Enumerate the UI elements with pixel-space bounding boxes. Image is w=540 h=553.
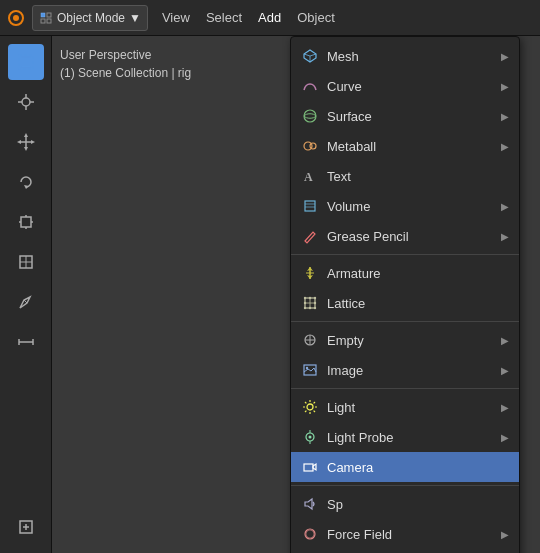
- nav-select[interactable]: Select: [202, 8, 246, 27]
- svg-rect-20: [21, 217, 31, 227]
- menu-item-camera[interactable]: Camera: [291, 452, 519, 482]
- menu-item-lattice[interactable]: Lattice: [291, 288, 519, 318]
- svg-line-72: [305, 402, 306, 403]
- nav-add[interactable]: Add: [254, 8, 285, 27]
- toolbar: Object Mode ▼ View Select Add Object: [0, 0, 540, 36]
- light-icon: [301, 398, 319, 416]
- armature-icon: [301, 264, 319, 282]
- left-sidebar: [0, 36, 52, 553]
- menu-item-light[interactable]: Light ▶: [291, 392, 519, 422]
- svg-rect-7: [21, 57, 31, 67]
- menu-label-camera: Camera: [327, 460, 509, 475]
- light-probe-icon: [301, 428, 319, 446]
- sidebar-move-btn[interactable]: [8, 124, 44, 160]
- sidebar-rotate-btn[interactable]: [8, 164, 44, 200]
- svg-rect-43: [305, 201, 315, 211]
- blender-icon[interactable]: [6, 8, 26, 28]
- curve-icon: [301, 77, 319, 95]
- menu-item-surface[interactable]: Surface ▶: [291, 101, 519, 131]
- menu-item-collection-instance[interactable]: Collection Instance ▶: [291, 549, 519, 553]
- menu-item-volume[interactable]: Volume ▶: [291, 191, 519, 221]
- svg-point-59: [309, 307, 311, 309]
- svg-rect-80: [304, 464, 313, 471]
- scale-icon: [16, 212, 36, 232]
- svg-point-39: [304, 110, 316, 122]
- sidebar-annotate-btn[interactable]: [8, 284, 44, 320]
- svg-point-60: [304, 302, 306, 304]
- transform-icon: [16, 252, 36, 272]
- menu-item-force-field[interactable]: Force Field ▶: [291, 519, 519, 549]
- sidebar-measure-btn[interactable]: [8, 324, 44, 360]
- menu-item-text[interactable]: A Text: [291, 161, 519, 191]
- mode-label: Object Mode: [57, 11, 125, 25]
- svg-point-57: [314, 307, 316, 309]
- menu-item-armature[interactable]: Armature: [291, 258, 519, 288]
- sidebar-add-btn[interactable]: [8, 509, 44, 545]
- nav-view[interactable]: View: [158, 8, 194, 27]
- speaker-icon: [301, 495, 319, 513]
- svg-point-66: [306, 367, 308, 369]
- metaball-arrow: ▶: [501, 141, 509, 152]
- menu-label-empty: Empty: [327, 333, 493, 348]
- menu-item-curve[interactable]: Curve ▶: [291, 71, 519, 101]
- menu-label-surface: Surface: [327, 109, 493, 124]
- mesh-arrow: ▶: [501, 51, 509, 62]
- svg-line-75: [305, 411, 306, 412]
- svg-point-58: [309, 297, 311, 299]
- menu-label-armature: Armature: [327, 266, 509, 281]
- cursor-icon: [16, 92, 36, 112]
- svg-marker-16: [24, 147, 28, 151]
- move-icon: [16, 132, 36, 152]
- sidebar-select-btn[interactable]: [8, 44, 44, 80]
- volume-icon: [301, 197, 319, 215]
- mode-arrow: ▼: [129, 11, 141, 25]
- menu-item-empty[interactable]: Empty ▶: [291, 325, 519, 355]
- svg-rect-2: [41, 13, 45, 17]
- surface-arrow: ▶: [501, 111, 509, 122]
- nav-object[interactable]: Object: [293, 8, 339, 27]
- annotate-icon: [16, 292, 36, 312]
- svg-line-28: [24, 300, 27, 303]
- menu-container: Mesh ▶ Curve ▶ Surface ▶: [290, 36, 520, 553]
- svg-line-73: [314, 411, 315, 412]
- svg-point-67: [307, 404, 313, 410]
- light-arrow: ▶: [501, 402, 509, 413]
- svg-point-1: [13, 15, 19, 21]
- menu-label-force-field: Force Field: [327, 527, 493, 542]
- svg-rect-4: [41, 19, 45, 23]
- nav-items: View Select Add Object: [158, 8, 339, 27]
- menu-item-mesh[interactable]: Mesh ▶: [291, 41, 519, 71]
- viewport: User Perspective (1) Scene Collection | …: [0, 36, 540, 553]
- sidebar-scale-btn[interactable]: [8, 204, 44, 240]
- menu-label-grease-pencil: Grease Pencil: [327, 229, 493, 244]
- force-field-arrow: ▶: [501, 529, 509, 540]
- menu-label-light-probe: Light Probe: [327, 430, 493, 445]
- metaball-icon: [301, 137, 319, 155]
- divider-4: [291, 485, 519, 486]
- svg-rect-5: [47, 19, 51, 23]
- add-menu: Mesh ▶ Curve ▶ Surface ▶: [290, 36, 520, 553]
- sidebar-cursor-btn[interactable]: [8, 84, 44, 120]
- sidebar-transform-btn[interactable]: [8, 244, 44, 280]
- svg-text:A: A: [304, 170, 313, 184]
- svg-point-56: [304, 307, 306, 309]
- menu-item-speaker[interactable]: Sp Add a camera object to the scene: [291, 489, 519, 519]
- mode-icon: [39, 11, 53, 25]
- menu-item-grease-pencil[interactable]: Grease Pencil ▶: [291, 221, 519, 251]
- menu-label-lattice: Lattice: [327, 296, 509, 311]
- grease-pencil-arrow: ▶: [501, 231, 509, 242]
- menu-item-image[interactable]: Image ▶: [291, 355, 519, 385]
- menu-label-mesh: Mesh: [327, 49, 493, 64]
- menu-item-metaball[interactable]: Metaball ▶: [291, 131, 519, 161]
- empty-arrow: ▶: [501, 335, 509, 346]
- svg-point-83: [305, 529, 315, 539]
- add-cube-icon: [16, 517, 36, 537]
- svg-line-74: [314, 402, 315, 403]
- text-icon: A: [301, 167, 319, 185]
- menu-label-light: Light: [327, 400, 493, 415]
- mode-dropdown[interactable]: Object Mode ▼: [32, 5, 148, 31]
- curve-arrow: ▶: [501, 81, 509, 92]
- perspective-label: User Perspective: [60, 46, 191, 64]
- menu-item-light-probe[interactable]: Light Probe ▶: [291, 422, 519, 452]
- svg-line-37: [310, 54, 316, 56]
